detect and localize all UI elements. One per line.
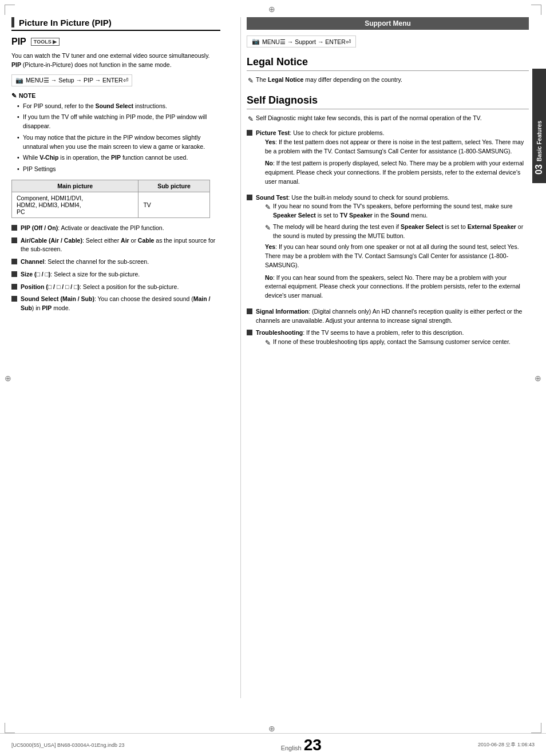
- crosshair-top: [268, 5, 278, 14]
- pip-bullet-5-text: Position (□ / □ / □ / □): Select a posit…: [21, 283, 179, 292]
- pencil-icon-2: ✎: [248, 114, 254, 124]
- content-area: Picture In Picture (PIP) PIP TOOLS ▶ You…: [0, 0, 546, 727]
- pip-bullet-6-text: Sound Select (Main / Sub): You can choos…: [21, 295, 220, 313]
- legal-notice-title: Legal Notice: [247, 56, 529, 71]
- pip-bullet-3-text: Channel: Select the channel for the sub-…: [21, 258, 149, 267]
- bullet-square-icon: [247, 308, 252, 314]
- note-item-2: If you turn the TV off while watching in…: [17, 113, 220, 131]
- pip-table: Main picture Sub picture Component, HDMI…: [11, 180, 210, 218]
- corner-mark-tr: [531, 5, 541, 15]
- pip-bullet-3: Channel: Select the channel for the sub-…: [11, 258, 220, 267]
- pip-bullet-6: Sound Select (Main / Sub): You can choos…: [11, 295, 220, 313]
- bullet-square-icon: [11, 225, 17, 231]
- bullet-square-icon: [247, 130, 252, 136]
- pip-table-header-sub: Sub picture: [139, 180, 209, 192]
- pip-bullet-5: Position (□ / □ / □ / □): Select a posit…: [11, 283, 220, 292]
- pip-table-row: Component, HDMI1/DVI,HDMI2, HDMI3, HDMI4…: [12, 192, 210, 217]
- footer-page: English 23: [281, 737, 322, 753]
- signal-info-text: Signal Information: (Digital channels on…: [256, 307, 529, 326]
- crosshair-bottom: [268, 724, 278, 733]
- troubleshooting-content: Troubleshooting: If the TV seems to have…: [256, 328, 511, 350]
- pip-table-header-main: Main picture: [12, 180, 139, 192]
- picture-test-text: Picture Test: Use to check for picture p…: [256, 129, 384, 136]
- legal-notice-body: The Legal Notice may differ depending on…: [256, 76, 402, 85]
- right-bullet-troubleshooting: Troubleshooting: If the TV seems to have…: [247, 328, 529, 350]
- side-tab-number: 03: [534, 164, 544, 175]
- troubleshooting-text: Troubleshooting: If the TV seems to have…: [256, 329, 464, 336]
- pip-bullet-1-text: PIP (Off / On): Activate or deactivate t…: [21, 224, 164, 233]
- picture-test-yes: Yes: If the test pattern does not appear…: [265, 138, 529, 156]
- note-item-4: While V-Chip is in operation, the PIP fu…: [17, 153, 220, 163]
- pip-bullet-4: Size (□ / □): Select a size for the sub-…: [11, 270, 220, 279]
- right-menu-instruction-text: MENU☰ → Support → ENTER⏎: [262, 38, 351, 45]
- support-menu-header-text: Support Menu: [365, 19, 411, 27]
- sound-test-content: Sound Test: Use the built-in melody soun…: [256, 193, 529, 304]
- sound-test-yes: Yes: If you can hear sound only from one…: [265, 243, 529, 270]
- sound-test-text: Sound Test: Use the built-in melody soun…: [256, 194, 449, 201]
- bullet-square-icon: [11, 296, 17, 302]
- footer-page-number: 23: [304, 737, 322, 753]
- note-icon: ✎: [11, 92, 17, 100]
- tools-badge-text: TOOLS: [34, 39, 52, 45]
- side-tab: 03 Basic Features: [532, 69, 546, 183]
- note-item-3: You may notice that the picture in the P…: [17, 133, 220, 152]
- troubleshooting-note: ✎ If none of these troubleshooting tips …: [265, 338, 511, 348]
- corner-mark-bl: [5, 723, 15, 733]
- note-label: ✎ NOTE: [11, 92, 220, 100]
- left-column: Picture In Picture (PIP) PIP TOOLS ▶ You…: [11, 17, 229, 698]
- title-bar-icon: [11, 17, 14, 27]
- footer: [UC5000(55)_USA] BN68-03004A-01Eng.indb …: [0, 733, 546, 756]
- note-label-text: NOTE: [19, 92, 35, 99]
- right-bullet-picture-test: Picture Test: Use to check for picture p…: [247, 129, 529, 190]
- pip-body-text: You can watch the TV tuner and one exter…: [11, 52, 220, 70]
- tools-badge: TOOLS ▶: [31, 38, 60, 46]
- pencil-icon-4: ✎: [265, 223, 271, 233]
- section-title-pip: Picture In Picture (PIP): [11, 17, 220, 31]
- note-list: For PIP sound, refer to the Sound Select…: [11, 102, 220, 174]
- bullet-square-icon: [247, 195, 252, 200]
- right-column: Support Menu 📷 MENU☰ → Support → ENTER⏎ …: [240, 17, 535, 698]
- pip-heading-text: PIP: [11, 37, 26, 47]
- bullet-square-icon: [11, 284, 17, 290]
- footer-date-info: 2010-06-28 오후 1:06:43: [478, 741, 535, 749]
- pencil-icon-3: ✎: [265, 202, 271, 212]
- self-diag-intro-text: Self Diagnostic might take few seconds, …: [256, 114, 482, 123]
- footer-page-label: English: [281, 745, 302, 751]
- menu-icon: 📷: [15, 77, 23, 84]
- menu-instruction-text: MENU☰ → Setup → PIP → ENTER⏎: [26, 77, 128, 84]
- right-bullet-sound-test: Sound Test: Use the built-in melody soun…: [247, 193, 529, 304]
- crosshair-left: [5, 374, 11, 383]
- pip-table-cell-sub: TV: [139, 192, 209, 217]
- sound-test-note-2: ✎ The melody will be heard during the te…: [265, 223, 529, 241]
- note-item-5: PIP Settings: [17, 165, 220, 174]
- pip-bullet-1: PIP (Off / On): Activate or deactivate t…: [11, 224, 220, 233]
- tools-badge-icon: ▶: [53, 39, 57, 45]
- pip-heading: PIP TOOLS ▶: [11, 37, 220, 47]
- section-title-text: Picture In Picture (PIP): [19, 18, 112, 27]
- corner-mark-br: [531, 723, 541, 733]
- sound-test-no: No: If you can hear sound from the speak…: [265, 274, 529, 300]
- bullet-square-icon: [11, 238, 17, 243]
- bullet-square-icon: [247, 330, 252, 335]
- bullet-square-icon: [11, 259, 17, 264]
- pip-table-cell-main: Component, HDMI1/DVI,HDMI2, HDMI3, HDMI4…: [12, 192, 139, 217]
- troubleshooting-note-text: If none of these troubleshooting tips ap…: [273, 338, 511, 347]
- pip-bullet-2: Air/Cable (Air / Cable): Select either A…: [11, 236, 220, 255]
- crosshair-right: [535, 374, 541, 383]
- right-menu-icon: 📷: [252, 38, 260, 45]
- right-bullet-signal-info: Signal Information: (Digital channels on…: [247, 307, 529, 326]
- pencil-icon-5: ✎: [265, 338, 271, 348]
- menu-instruction-pip: 📷 MENU☰ → Setup → PIP → ENTER⏎: [11, 74, 132, 86]
- bullet-square-icon: [11, 271, 17, 277]
- pip-bullet-2-text: Air/Cable (Air / Cable): Select either A…: [21, 236, 220, 255]
- legal-notice-text: ✎ The Legal Notice may differ depending …: [247, 76, 529, 86]
- right-menu-instruction: 📷 MENU☰ → Support → ENTER⏎: [247, 35, 356, 48]
- sound-test-note-1: ✎ If you hear no sound from the TV's spe…: [265, 202, 529, 220]
- pip-bullet-4-text: Size (□ / □): Select a size for the sub-…: [21, 270, 140, 279]
- picture-test-no: No: If the test pattern is properly disp…: [265, 159, 529, 186]
- side-tab-label: Basic Features: [536, 121, 543, 161]
- corner-mark-tl: [5, 5, 15, 15]
- footer-file-info: [UC5000(55)_USA] BN68-03004A-01Eng.indb …: [11, 742, 125, 748]
- sound-test-note-1-text: If you hear no sound from the TV's speak…: [273, 202, 529, 220]
- support-menu-header: Support Menu: [247, 17, 529, 30]
